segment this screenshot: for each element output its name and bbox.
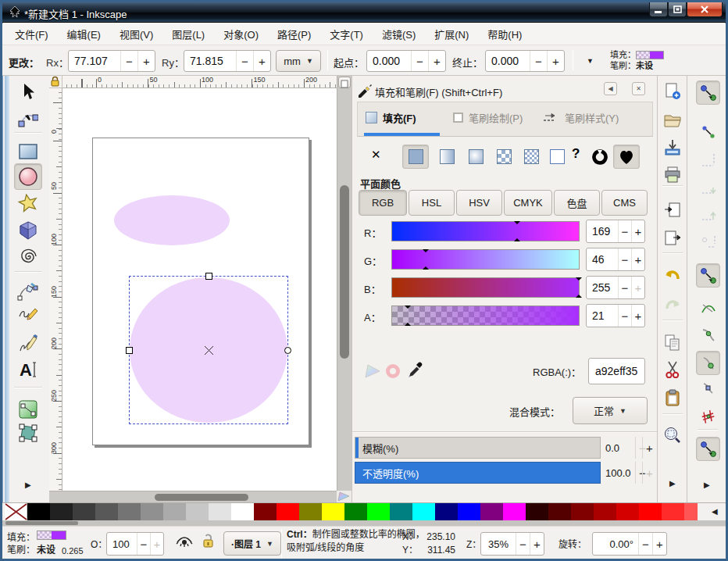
snap-bbox-toggle[interactable]: [696, 120, 720, 144]
palette-swatch[interactable]: [163, 503, 186, 520]
rgba-input[interactable]: a92eff35: [588, 358, 645, 384]
opacity-slider[interactable]: 不透明度(%): [355, 462, 601, 484]
g-decrement-button[interactable]: −: [618, 248, 631, 270]
fill-rule-evenodd-button[interactable]: [588, 145, 612, 169]
palette-swatch[interactable]: [95, 503, 118, 520]
palette-swatch[interactable]: [480, 503, 503, 520]
palette-swatch[interactable]: [209, 503, 231, 520]
zoom-dec-button[interactable]: −: [516, 533, 530, 555]
tab-fill[interactable]: 填充(F): [366, 102, 416, 133]
duplicate-button[interactable]: [663, 334, 682, 352]
gradient-tool[interactable]: [14, 396, 42, 423]
fill-rule-nonzero-button[interactable]: [613, 145, 640, 169]
g-increment-button[interactable]: +: [631, 248, 644, 270]
spiral-tool[interactable]: [14, 244, 42, 270]
blur-slider[interactable]: 模糊(%): [355, 437, 601, 459]
page-scroll-button[interactable]: [338, 77, 351, 88]
v-scrollbar-thumb[interactable]: [340, 185, 349, 359]
palette-swatch[interactable]: [571, 503, 594, 520]
palette-swatch[interactable]: [299, 503, 322, 520]
b-increment-button[interactable]: +: [631, 277, 644, 298]
r-spinbox[interactable]: 169 − +: [586, 220, 645, 243]
open-document-button[interactable]: [663, 111, 682, 130]
fill-radial-gradient-button[interactable]: [462, 145, 489, 169]
palette-swatch[interactable]: [526, 503, 548, 520]
rotation-inc-button[interactable]: +: [652, 533, 666, 555]
snap-bbox-corner-toggle[interactable]: [696, 176, 720, 200]
snap-path-intersection-toggle[interactable]: [696, 376, 720, 400]
palette-swatch[interactable]: [458, 503, 480, 520]
menu-item[interactable]: 帮助(H): [478, 23, 531, 45]
paste-button[interactable]: [663, 388, 682, 407]
title-bar[interactable]: *新建文档 1 - Inkscape: [2, 2, 726, 23]
end-spinbox[interactable]: 0.000 − +: [485, 50, 565, 72]
rx-increment-button[interactable]: +: [137, 51, 155, 71]
end-increment-button[interactable]: +: [547, 51, 564, 71]
tab-stroke-paint[interactable]: 笔刷绘制(P): [453, 102, 523, 133]
opacity-value[interactable]: 100.0: [602, 462, 635, 484]
blur-increment-button[interactable]: +: [642, 437, 656, 459]
pencil-tool[interactable]: [14, 302, 42, 329]
menu-item[interactable]: 编辑(E): [58, 23, 110, 45]
opacity-increment-button[interactable]: +: [642, 462, 656, 484]
close-button[interactable]: [687, 2, 723, 17]
ry-spinbox[interactable]: 71.815 − +: [184, 50, 271, 72]
layer-lock-icon[interactable]: [202, 533, 215, 551]
b-decrement-button[interactable]: −: [618, 277, 631, 298]
undo-button[interactable]: [663, 266, 682, 284]
snap-to-path-toggle[interactable]: [696, 351, 720, 375]
palette-scroll-left-button[interactable]: ◀: [712, 507, 718, 516]
h-scrollbar-thumb[interactable]: [155, 494, 248, 501]
ruler-corner[interactable]: [49, 76, 62, 88]
palette-swatch[interactable]: [594, 503, 616, 520]
opacity-dec-button[interactable]: −: [137, 533, 150, 555]
box-3d-tool[interactable]: [14, 217, 42, 244]
layer-visibility-eye-icon[interactable]: [176, 534, 193, 551]
snap-bbox-edge-toggle[interactable]: [696, 148, 720, 172]
palette-swatch[interactable]: [231, 503, 254, 520]
ellipse-tool[interactable]: [14, 163, 42, 190]
stroke-indicator[interactable]: 笔刷：未设: [610, 61, 653, 71]
palette-swatch[interactable]: [662, 503, 684, 520]
import-button[interactable]: [663, 201, 682, 220]
palette-swatch[interactable]: [639, 503, 662, 520]
a-slider[interactable]: [391, 306, 580, 326]
palette-swatch[interactable]: [277, 503, 299, 520]
palette-swatch[interactable]: [254, 503, 277, 520]
menu-item[interactable]: 文字(T): [320, 23, 373, 45]
options-dropdown[interactable]: ▼: [587, 57, 594, 65]
menu-item[interactable]: 图层(L): [162, 23, 214, 45]
statusbar-fill-swatch[interactable]: [37, 531, 66, 540]
minimize-button[interactable]: [649, 2, 668, 17]
object-opacity-spinbox[interactable]: 100 − +: [106, 532, 164, 556]
small-ellipse-shape[interactable]: [114, 195, 230, 245]
palette-swatch[interactable]: [186, 503, 209, 520]
center-mark[interactable]: [204, 345, 214, 356]
b-slider[interactable]: [391, 277, 580, 298]
mode-tab-hsl[interactable]: HSL: [409, 190, 455, 216]
palette-swatch[interactable]: [118, 503, 141, 520]
top-handle[interactable]: [205, 273, 212, 280]
menu-item[interactable]: 扩展(N): [425, 23, 478, 45]
a-spinbox[interactable]: 21 − +: [586, 304, 645, 327]
palette-swatch[interactable]: [50, 503, 73, 520]
ry-increment-button[interactable]: +: [253, 51, 270, 71]
snap-midpoints-toggle[interactable]: [696, 404, 720, 428]
zoom-drawing-button[interactable]: [663, 426, 682, 445]
start-increment-button[interactable]: +: [428, 51, 445, 71]
mode-tab-hsv[interactable]: HSV: [456, 190, 502, 216]
pen-tool[interactable]: [14, 277, 42, 304]
start-decrement-button[interactable]: −: [411, 51, 428, 71]
menu-item[interactable]: 路径(P): [268, 23, 320, 45]
fill-none-button[interactable]: ✕: [371, 148, 381, 162]
palette-swatch[interactable]: [27, 503, 50, 520]
mode-tab-wheel[interactable]: 色盘: [554, 190, 600, 216]
print-button[interactable]: [663, 165, 682, 184]
menu-item[interactable]: 对象(O): [214, 23, 268, 45]
blend-mode-dropdown[interactable]: 正常▼: [573, 397, 648, 424]
tweak-tool[interactable]: [14, 420, 42, 446]
mode-tab-cms[interactable]: CMS: [601, 190, 648, 216]
new-document-button[interactable]: [663, 82, 682, 101]
palette-none-swatch[interactable]: [5, 503, 27, 520]
dock-collapse-button[interactable]: ◀: [604, 82, 617, 95]
